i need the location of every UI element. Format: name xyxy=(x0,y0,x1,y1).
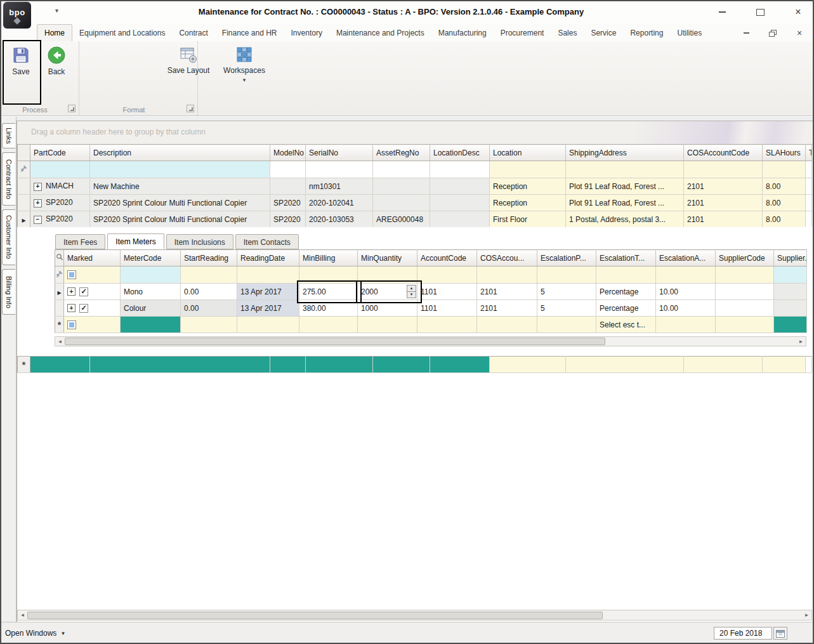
filter-cell-description[interactable] xyxy=(90,161,270,178)
cell-locationdesc[interactable] xyxy=(430,211,490,228)
save-button[interactable]: Save xyxy=(4,46,38,76)
status-date-field[interactable]: 20 Feb 2018 xyxy=(714,627,772,640)
tab-service[interactable]: Service xyxy=(584,25,623,41)
scroll-left-icon[interactable]: ◄ xyxy=(55,339,65,345)
col-header-startreading[interactable]: StartReading xyxy=(181,250,237,266)
col-header-escalationa[interactable]: EscalationA... xyxy=(656,250,716,266)
col-header-locationdesc[interactable]: LocationDesc xyxy=(430,145,490,161)
tab-equipment-and-locations[interactable]: Equipment and Locations xyxy=(72,25,172,41)
col-header-assetregno[interactable]: AssetRegNo xyxy=(373,145,430,161)
cell-escalationp[interactable]: 5 xyxy=(537,284,596,300)
filter-cell-accountcode[interactable] xyxy=(417,266,477,284)
filter-cell-modelno[interactable] xyxy=(270,161,306,178)
filter-cell-locationdesc[interactable] xyxy=(430,161,490,178)
maximize-button[interactable] xyxy=(751,4,770,20)
col-header-supplier[interactable]: Supplier... xyxy=(774,250,807,266)
filter-row-pin-icon[interactable] xyxy=(55,266,64,284)
process-dialog-launcher-icon[interactable] xyxy=(68,105,75,112)
filter-cell-readingdate[interactable] xyxy=(237,266,299,284)
sidebar-tab-customer-info[interactable]: Customer Info xyxy=(2,209,15,265)
col-header-slahours[interactable]: SLAHours xyxy=(763,145,806,161)
new-cell-locationdesc[interactable] xyxy=(430,357,490,373)
cell-serialno[interactable]: 2020-102041 xyxy=(306,195,373,211)
cell-assetregno[interactable] xyxy=(373,178,430,195)
expand-row-button[interactable]: + xyxy=(34,183,42,191)
back-button[interactable]: Back xyxy=(39,46,74,76)
bpo-logo[interactable]: bpo xyxy=(3,2,31,29)
filter-cell-assetregno[interactable] xyxy=(373,161,430,178)
cell-shippingaddress[interactable]: Plot 91 Leaf Road, Forest ... xyxy=(566,178,684,195)
filter-marked-checkbox[interactable] xyxy=(67,270,76,279)
expand-row-button[interactable]: + xyxy=(34,199,42,207)
cell-minbilling[interactable]: 380.00 xyxy=(299,300,358,317)
cell-locationdesc[interactable] xyxy=(430,195,490,211)
cell-partcode[interactable]: −SP2020 xyxy=(30,211,90,228)
new-cell-truncated[interactable] xyxy=(806,357,812,373)
col-header-cosaccount[interactable]: COSAccou... xyxy=(477,250,537,266)
cell-escalationt[interactable]: Percentage xyxy=(596,300,656,317)
filter-cell-cosaccount[interactable] xyxy=(477,266,537,284)
cell-assetregno[interactable]: AREG000048 xyxy=(373,211,430,228)
cell-shippingaddress[interactable]: 1 Postal, Address, postal 3... xyxy=(566,211,684,228)
new-cell-escalationp[interactable] xyxy=(537,317,596,333)
new-row-indicator[interactable]: * xyxy=(55,317,64,333)
cell-cosaccountcode[interactable]: 2101 xyxy=(684,178,763,195)
cell-assetregno[interactable] xyxy=(373,195,430,211)
scroll-right-icon[interactable]: ► xyxy=(802,612,811,618)
cell-truncated[interactable] xyxy=(806,195,812,211)
cell-minbilling[interactable]: 275.00 xyxy=(299,284,358,300)
spinner-up-icon[interactable]: ▲ xyxy=(407,286,416,292)
current-row-indicator[interactable]: ▶ xyxy=(55,284,64,300)
cell-locationdesc[interactable] xyxy=(430,178,490,195)
col-header-suppliercode[interactable]: SupplierCode xyxy=(716,250,774,266)
tab-home[interactable]: Home xyxy=(37,24,72,42)
filter-cell-marked[interactable] xyxy=(64,266,121,284)
cell-description[interactable]: SP2020 Sprint Colour Multi Functional Co… xyxy=(90,211,270,228)
new-cell-minquantity[interactable] xyxy=(358,317,417,333)
cell-description[interactable]: SP2020 Sprint Colour Multi Functional Co… xyxy=(90,195,270,211)
new-cell-escalationt[interactable]: Select esc t... xyxy=(596,317,656,333)
cell-marked[interactable]: +✓ xyxy=(64,284,121,300)
filter-cell-partcode[interactable] xyxy=(30,161,90,178)
cell-truncated[interactable] xyxy=(806,178,812,195)
sidebar-tab-billing-info[interactable]: Billing Info xyxy=(2,269,15,315)
col-header-partcode[interactable]: PartCode xyxy=(30,145,90,161)
tab-item-fees[interactable]: Item Fees xyxy=(55,234,105,249)
format-dialog-launcher-icon[interactable] xyxy=(187,105,194,112)
filter-cell-shippingaddress[interactable] xyxy=(566,161,684,178)
filter-cell-escalationp[interactable] xyxy=(537,266,596,284)
col-header-minbilling[interactable]: MinBilling xyxy=(299,250,358,266)
filter-cell-suppliercode[interactable] xyxy=(716,266,774,284)
tab-inventory[interactable]: Inventory xyxy=(284,25,329,41)
filter-cell-cosaccountcode[interactable] xyxy=(684,161,763,178)
cell-metercode[interactable]: Mono xyxy=(121,284,181,300)
tab-utilities[interactable]: Utilities xyxy=(670,25,709,41)
col-header-shippingaddress[interactable]: ShippingAddress xyxy=(566,145,684,161)
grid-horizontal-scrollbar[interactable]: ◄ ► xyxy=(17,610,812,621)
filter-cell-serialno[interactable] xyxy=(306,161,373,178)
mdi-close-button[interactable]: × xyxy=(792,27,806,39)
meter-row-colour[interactable]: +✓ Colour 0.00 13 Apr 2017 380.00 1000 1… xyxy=(55,300,807,317)
tab-maintenance-and-projects[interactable]: Maintenance and Projects xyxy=(329,25,431,41)
cell-escalationt[interactable]: Percentage xyxy=(596,284,656,300)
col-header-marked[interactable]: Marked xyxy=(64,250,121,266)
col-header-metercode[interactable]: MeterCode xyxy=(121,250,181,266)
tab-procurement[interactable]: Procurement xyxy=(494,25,551,41)
row-indicator[interactable] xyxy=(55,300,64,317)
cell-escalationa[interactable]: 10.00 xyxy=(656,300,716,317)
cell-suppliercode[interactable] xyxy=(716,284,774,300)
collapse-row-button[interactable]: − xyxy=(34,216,42,224)
cell-minquantity[interactable]: 2000▲▼ xyxy=(358,284,417,300)
cell-minquantity[interactable]: 1000 xyxy=(358,300,417,317)
cell-modelno[interactable]: SP2020 xyxy=(270,211,306,228)
marked-checkbox[interactable]: ✓ xyxy=(79,287,88,296)
cell-slahours[interactable]: 8.00 xyxy=(763,195,806,211)
new-cell-modelno[interactable] xyxy=(270,357,306,373)
cell-cosaccount[interactable]: 2101 xyxy=(477,300,537,317)
row-indicator[interactable] xyxy=(18,178,30,195)
col-header-serialno[interactable]: SerialNo xyxy=(306,145,373,161)
new-cell-serialno[interactable] xyxy=(306,357,373,373)
cell-slahours[interactable]: 8.00 xyxy=(763,178,806,195)
new-cell-escalationa[interactable] xyxy=(656,317,716,333)
group-by-panel[interactable]: Drag a column header here to group by th… xyxy=(17,121,813,145)
